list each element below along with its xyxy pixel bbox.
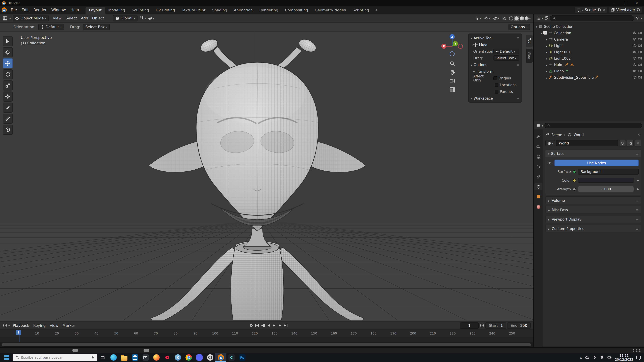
panel-grip-icon[interactable] bbox=[636, 151, 639, 156]
overlay-controls[interactable] bbox=[493, 16, 500, 20]
collapse-icon[interactable] bbox=[473, 69, 474, 73]
tab-world-properties[interactable] bbox=[534, 183, 542, 190]
eye-icon[interactable] bbox=[632, 43, 636, 47]
camera-visibility-icon[interactable] bbox=[638, 43, 642, 47]
play-reverse-button[interactable] bbox=[268, 324, 270, 327]
tab-output-properties[interactable] bbox=[534, 153, 542, 160]
transform-header[interactable]: Transform bbox=[476, 69, 494, 73]
opera-icon[interactable] bbox=[162, 353, 172, 362]
viewport-menu-item[interactable]: Add bbox=[79, 15, 90, 21]
outliner-row-subdivision[interactable]: Subdivisión_Superficie bbox=[534, 74, 644, 80]
cursor-tool[interactable] bbox=[3, 47, 13, 57]
overlays-icon[interactable] bbox=[493, 16, 498, 20]
outliner-row-light-002[interactable]: Light.002 bbox=[534, 55, 644, 61]
browse-world-button[interactable] bbox=[546, 140, 555, 146]
topbar-menu-item[interactable]: File bbox=[8, 7, 19, 13]
outliner-row-camera[interactable]: Camera bbox=[534, 36, 644, 42]
blender-taskbar-icon[interactable] bbox=[215, 353, 226, 362]
timeline-content[interactable] bbox=[0, 337, 533, 342]
shading-mode-switch[interactable] bbox=[509, 15, 531, 21]
outliner-row-light[interactable]: Light bbox=[534, 42, 644, 49]
timeline-scrollbar[interactable] bbox=[0, 342, 533, 347]
collapse-icon[interactable] bbox=[471, 96, 472, 100]
world-name-field[interactable]: World bbox=[556, 140, 618, 146]
properties-search[interactable] bbox=[544, 122, 642, 128]
eye-icon[interactable] bbox=[632, 56, 636, 60]
workspace-tab[interactable]: Animation bbox=[230, 6, 256, 14]
disclosure-icon[interactable] bbox=[546, 69, 548, 73]
camera-visibility-icon[interactable] bbox=[638, 37, 642, 41]
eye-icon[interactable] bbox=[632, 37, 636, 41]
timeline-editor-icon[interactable] bbox=[3, 323, 8, 328]
selectability-controls[interactable] bbox=[475, 16, 481, 20]
chevron-down-icon[interactable] bbox=[489, 16, 490, 20]
rendered-shading-icon[interactable] bbox=[524, 16, 528, 20]
tab-viewlayer-properties[interactable] bbox=[534, 163, 542, 170]
collapsed-panel-header[interactable]: Viewport Display bbox=[546, 215, 641, 223]
workspace-tab[interactable]: Shading bbox=[209, 6, 230, 14]
viewlayer-selector[interactable]: ViewLayer bbox=[609, 7, 642, 13]
timeline-ruler[interactable]: 1020304050607080901001101201301401501601… bbox=[0, 330, 533, 337]
workspace-tab[interactable]: Layout bbox=[86, 6, 105, 14]
tab-view[interactable]: View bbox=[526, 49, 533, 63]
camera-visibility-icon[interactable] bbox=[638, 62, 642, 66]
parents-checkbox[interactable] bbox=[495, 90, 498, 93]
material-shading-icon[interactable] bbox=[520, 16, 524, 20]
breadcrumb-scene[interactable]: Scene bbox=[552, 133, 562, 137]
origins-checkbox[interactable] bbox=[494, 76, 497, 80]
topbar-menu-item[interactable]: Window bbox=[49, 7, 68, 13]
battery-icon[interactable] bbox=[607, 355, 612, 360]
collapsed-panel-header[interactable]: Mist Pass bbox=[546, 206, 641, 214]
outliner-row-collection[interactable]: Collection bbox=[534, 29, 644, 36]
workspace-tab[interactable]: Compositing bbox=[282, 6, 312, 14]
viewport-menu-item[interactable]: Object bbox=[90, 15, 106, 21]
workspace-tab[interactable]: UV Editing bbox=[152, 6, 178, 14]
display-mode-icon[interactable] bbox=[544, 16, 548, 20]
end-frame-field[interactable]: End250 bbox=[507, 322, 531, 329]
collection-checkbox[interactable] bbox=[544, 31, 547, 34]
close-icon[interactable]: × bbox=[602, 8, 605, 12]
transform-orientation-dropdown[interactable]: Global bbox=[113, 15, 137, 21]
blender-logo-icon[interactable] bbox=[2, 7, 7, 12]
start-button[interactable] bbox=[1, 353, 13, 362]
add-cube-tool[interactable] bbox=[3, 125, 13, 135]
disclosure-icon[interactable] bbox=[546, 56, 548, 60]
jump-to-start-button[interactable] bbox=[255, 324, 258, 327]
eye-icon[interactable] bbox=[632, 31, 636, 35]
unlink-button[interactable]: × bbox=[634, 140, 641, 146]
eye-icon[interactable] bbox=[632, 50, 636, 54]
pan-hand-icon[interactable] bbox=[449, 69, 455, 75]
solid-shading-icon[interactable] bbox=[514, 16, 518, 20]
chevron-down-icon[interactable] bbox=[529, 16, 531, 20]
strength-slider[interactable]: 1.000 bbox=[578, 186, 634, 192]
keyframe-dot-icon[interactable] bbox=[637, 188, 639, 190]
play-button[interactable] bbox=[272, 324, 275, 327]
disclosure-icon[interactable] bbox=[546, 75, 548, 79]
disclosure-icon[interactable] bbox=[546, 43, 548, 47]
outliner-row-plano[interactable]: Plano bbox=[534, 68, 644, 74]
panel-grip-icon[interactable] bbox=[516, 96, 519, 100]
select-box-tool[interactable] bbox=[3, 36, 13, 46]
current-frame-field[interactable]: 1 bbox=[460, 322, 479, 329]
panel-grip-icon[interactable] bbox=[636, 208, 638, 212]
disclosure-icon[interactable] bbox=[546, 37, 548, 41]
mail-icon[interactable] bbox=[140, 353, 151, 362]
tab-material-properties[interactable] bbox=[534, 203, 542, 211]
rotate-tool[interactable] bbox=[3, 69, 13, 79]
drag-dropdown[interactable]: Select Box bbox=[83, 24, 110, 30]
tray-expand-icon[interactable]: ∧ bbox=[580, 356, 582, 359]
viewport-menu-item[interactable]: Select bbox=[64, 15, 79, 21]
chevron-down-icon[interactable] bbox=[641, 16, 642, 20]
eye-icon[interactable] bbox=[632, 69, 636, 73]
camera-visibility-icon[interactable] bbox=[638, 56, 642, 60]
workspace-tab[interactable]: Geometry Nodes bbox=[312, 6, 349, 14]
chrome-icon[interactable] bbox=[183, 353, 194, 362]
add-workspace-button[interactable]: + bbox=[373, 7, 380, 13]
disclosure-icon[interactable] bbox=[541, 31, 542, 35]
gizmo-controls[interactable] bbox=[484, 16, 490, 20]
next-keyframe-button[interactable] bbox=[278, 324, 281, 327]
workspace-tab[interactable]: Rendering bbox=[256, 6, 282, 14]
camera-view-icon[interactable] bbox=[449, 78, 455, 84]
store-icon[interactable] bbox=[130, 353, 140, 362]
obs-icon[interactable] bbox=[204, 353, 215, 362]
